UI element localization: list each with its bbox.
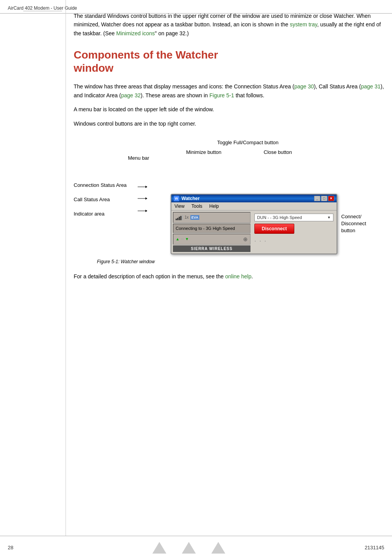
annotation-arrows [136, 178, 147, 256]
connection-dropdown[interactable]: DUN - - 3G High Speed ▼ [254, 214, 333, 221]
indicator-area: ▲ ··· ▼ ⊕ [173, 234, 250, 245]
sig-bar-1 [176, 219, 177, 220]
footer-tri-2 [182, 542, 196, 554]
connect-disconnect-text: Connect/Disconnectbutton [341, 214, 366, 233]
svg-marker-5 [145, 210, 147, 212]
watcher-menubar: View Tools Help [171, 202, 337, 210]
menu-tools[interactable]: Tools [191, 203, 203, 209]
footer-before: For a detailed description of each optio… [74, 273, 224, 280]
footer-tri-1 [152, 542, 166, 554]
dropdown-text: DUN - - 3G High Speed [257, 215, 302, 220]
section-heading: Components of the Watcher window [74, 48, 384, 74]
type-1x-label: 1x [185, 215, 189, 219]
figure51-link[interactable]: Figure 5-1 [209, 92, 234, 98]
arrow-indicators: ▲ ··· ▼ [176, 237, 189, 241]
para1-end: ). These areas are shown in [141, 92, 209, 98]
svg-marker-1 [145, 186, 147, 188]
disconnect-button[interactable]: Disconnect [254, 224, 294, 234]
top-annotations: Menu bar Toggle Full/Compact button Mini… [97, 140, 384, 167]
signal-bars [176, 215, 183, 220]
figure-caption: Figure 5-1: Watcher window [97, 259, 384, 264]
sierra-logo-text: SIERRA WIRELESS [191, 247, 232, 251]
menu-view[interactable]: View [174, 203, 185, 209]
dots-separator: ··· [181, 237, 184, 241]
connection-status-area: 1x EVA [173, 212, 250, 223]
figure-with-labels: Connection Status Area Call Status Area … [74, 167, 384, 256]
footer-decorations [152, 542, 225, 554]
sig-bar-2 [177, 218, 178, 220]
titlebar-buttons: _ □ ✕ [314, 196, 334, 201]
titlebar-left: W Watcher [174, 196, 200, 201]
type-eva-label: EVA [190, 215, 200, 220]
left-sidebar [0, 0, 66, 536]
watcher-body: 1x EVA Connecting to - 3G High Speed ▲ ·… [171, 210, 337, 254]
sig-bar-3 [179, 217, 180, 220]
body-para1: The window has three areas that display … [74, 82, 384, 100]
divider [23, 11, 62, 11]
call-status-label: Call Status Area [74, 197, 136, 202]
page-number-right: 2131145 [364, 545, 384, 550]
minimize-btn-label: Minimize button [186, 149, 221, 155]
minimized-icons-link[interactable]: Minimized icons [116, 30, 155, 36]
figure-container: Menu bar Toggle Full/Compact button Mini… [74, 140, 384, 264]
intro-paragraph: The standard Windows control buttons in … [74, 12, 384, 38]
indicator-area-label: Indicator area [74, 211, 136, 217]
para1-mid1: ), Call Status Area ( [314, 83, 361, 90]
arrow-down-icon: ▼ [185, 237, 189, 241]
dropdown-arrow-icon: ▼ [327, 216, 331, 219]
connection-status-label: Connection Status Area [74, 182, 136, 188]
menu-help[interactable]: Help [209, 203, 220, 209]
sierra-logo: SIERRA WIRELESS [173, 245, 250, 252]
menu-bar-label: Menu bar [128, 155, 149, 161]
call-status-text: Connecting to - 3G High Speed [176, 226, 235, 231]
arrow-up-icon: ▲ [176, 237, 180, 241]
heading-line2: window [74, 62, 384, 75]
page31-link[interactable]: page 31 [361, 83, 381, 90]
connect-disconnect-label: Connect/Disconnectbutton [341, 213, 366, 235]
watcher-window: W Watcher _ □ ✕ View Tools Help [171, 194, 337, 254]
para1-before: The window has three areas that display … [74, 83, 294, 90]
dots-area: · · · [254, 236, 333, 245]
footer-period: . [251, 273, 253, 280]
footer-paragraph: For a detailed description of each optio… [74, 272, 384, 281]
watcher-left-panel: 1x EVA Connecting to - 3G High Speed ▲ ·… [173, 212, 250, 252]
watcher-right-panel: DUN - - 3G High Speed ▼ Disconnect · · · [253, 212, 335, 252]
left-labels-container: Connection Status Area Call Status Area … [74, 167, 136, 224]
page-number-left: 28 [8, 545, 13, 550]
minimize-button[interactable]: _ [314, 196, 320, 201]
system-tray-link[interactable]: system tray [290, 21, 317, 28]
page30-link[interactable]: page 30 [294, 83, 314, 90]
main-content: The standard Windows control buttons in … [74, 12, 384, 281]
maximize-button[interactable]: □ [321, 196, 327, 201]
footer-tri-3 [211, 542, 225, 554]
call-status-area: Connecting to - 3G High Speed [173, 224, 250, 233]
close-btn-label: Close button [264, 149, 292, 155]
sig-bar-5 [182, 215, 183, 220]
watcher-titlebar: W Watcher _ □ ✕ [171, 195, 337, 202]
watcher-icon: W [174, 196, 179, 201]
toggle-btn-label: Toggle Full/Compact button [217, 140, 278, 145]
heading-line1: Components of the Watcher [74, 48, 384, 62]
online-help-link[interactable]: online help [225, 273, 252, 280]
intro-suffix: " on page 32.) [155, 30, 188, 36]
body-para3: Windows control buttons are in the top r… [74, 119, 384, 128]
close-button[interactable]: ✕ [328, 196, 334, 201]
svg-marker-3 [145, 197, 147, 200]
page32-link[interactable]: page 32 [121, 92, 141, 98]
para1-end2: that follows. [234, 92, 264, 98]
page-footer: 28 2131145 [0, 536, 392, 559]
body-para2: A menu bar is located on the upper left … [74, 105, 384, 114]
sig-bar-4 [180, 216, 181, 220]
watcher-title: Watcher [181, 196, 200, 201]
crosshair-icon: ⊕ [243, 236, 248, 242]
